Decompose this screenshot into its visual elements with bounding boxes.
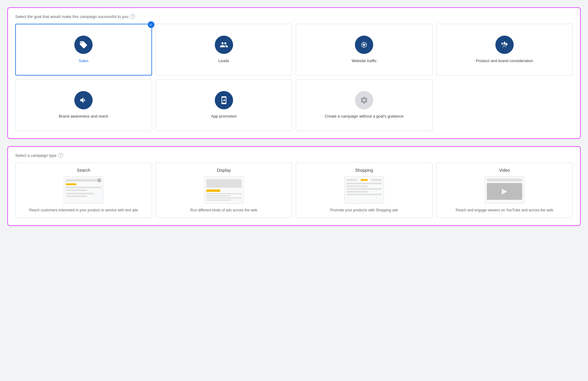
campaign-shopping-desc: Promote your products with Shopping ads: [330, 207, 398, 213]
campaign-display-desc: Run different kinds of ads across the we…: [190, 207, 257, 213]
goal-card-no-goal[interactable]: Create a campaign without a goal's guida…: [296, 79, 433, 131]
product-brand-icon: [495, 36, 514, 54]
goal-card-brand-awareness[interactable]: Brand awareness and reach: [15, 79, 152, 131]
video-play-area: [487, 183, 522, 200]
website-traffic-icon: [355, 36, 373, 54]
goal-product-brand-label: Product and brand consideration: [476, 58, 533, 64]
selected-check-badge: ✓: [148, 21, 154, 28]
campaign-search-desc: Reach customers interested in your produ…: [29, 207, 138, 213]
goal-leads-label: Leads: [218, 58, 229, 64]
goal-help-icon[interactable]: ?: [130, 14, 135, 19]
svg-point-0: [363, 44, 365, 46]
campaign-type-section-title-text: Select a campaign type: [15, 153, 56, 158]
goal-card-website-traffic[interactable]: Website traffic: [296, 24, 433, 76]
goal-website-traffic-label: Website traffic: [352, 58, 377, 64]
campaign-search-title: Search: [77, 168, 90, 173]
goals-grid: ✓ Sales Leads: [15, 24, 573, 131]
campaign-display-title: Display: [217, 168, 231, 173]
campaign-card-display[interactable]: Display Run different kinds of ads acros…: [156, 163, 292, 218]
goal-section-title: Select the goal that would make this cam…: [15, 14, 573, 19]
campaign-card-shopping[interactable]: Shopping Promote your products with Shop…: [296, 163, 433, 218]
campaign-video-desc: Reach and engage viewers on YouTube and …: [456, 207, 553, 213]
campaign-video-title: Video: [499, 168, 510, 173]
goal-card-sales[interactable]: ✓ Sales: [15, 24, 152, 76]
goal-app-promotion-label: App promotion: [211, 114, 237, 119]
video-thumbnail: [485, 176, 524, 204]
campaign-type-grid: Search Reach customers interested in you…: [15, 163, 573, 218]
brand-awareness-icon: [74, 91, 93, 109]
leads-icon: [215, 36, 233, 54]
goal-section: Select the goal that would make this cam…: [7, 7, 581, 139]
sales-icon: [74, 36, 93, 54]
app-promotion-icon: [215, 91, 233, 109]
goal-card-leads[interactable]: Leads: [156, 24, 292, 76]
shopping-thumbnail: [344, 176, 384, 204]
campaign-card-search[interactable]: Search Reach customers interested in you…: [15, 163, 152, 218]
no-goal-icon: [355, 91, 373, 109]
goal-no-goal-label: Create a campaign without a goal's guida…: [325, 114, 404, 119]
search-thumbnail: [64, 176, 103, 204]
campaign-type-section: Select a campaign type ? Search Reach cu…: [7, 146, 581, 226]
display-thumbnail: [204, 176, 244, 204]
goal-card-product-brand[interactable]: Product and brand consideration: [436, 24, 573, 76]
goal-section-title-text: Select the goal that would make this cam…: [15, 14, 128, 19]
goal-card-app-promotion[interactable]: App promotion: [156, 79, 292, 131]
campaign-type-section-title: Select a campaign type ?: [15, 153, 573, 158]
play-icon: [502, 189, 507, 195]
campaign-type-help-icon[interactable]: ?: [58, 153, 63, 158]
campaign-card-video[interactable]: Video Reach and engage viewers on YouTub…: [436, 163, 573, 218]
goal-sales-label: Sales: [79, 58, 89, 64]
campaign-shopping-title: Shopping: [355, 168, 373, 173]
goal-brand-awareness-label: Brand awareness and reach: [59, 114, 108, 119]
